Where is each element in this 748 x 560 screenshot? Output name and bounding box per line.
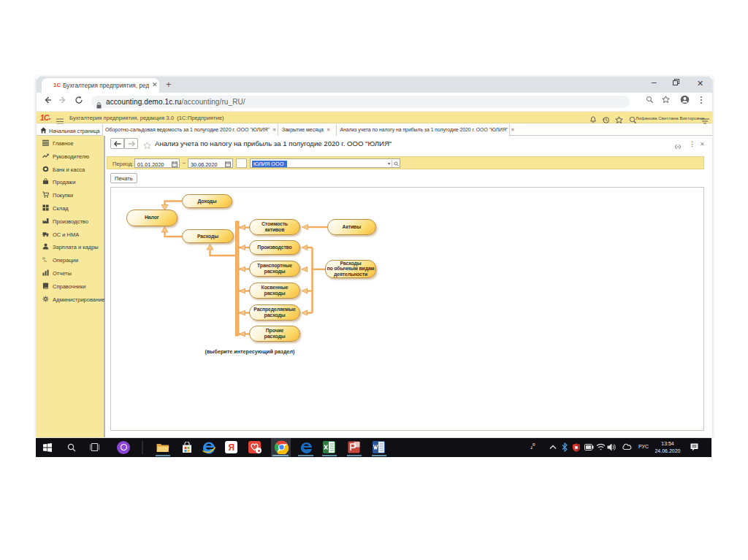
svg-text:Кт: Кт xyxy=(44,260,47,263)
